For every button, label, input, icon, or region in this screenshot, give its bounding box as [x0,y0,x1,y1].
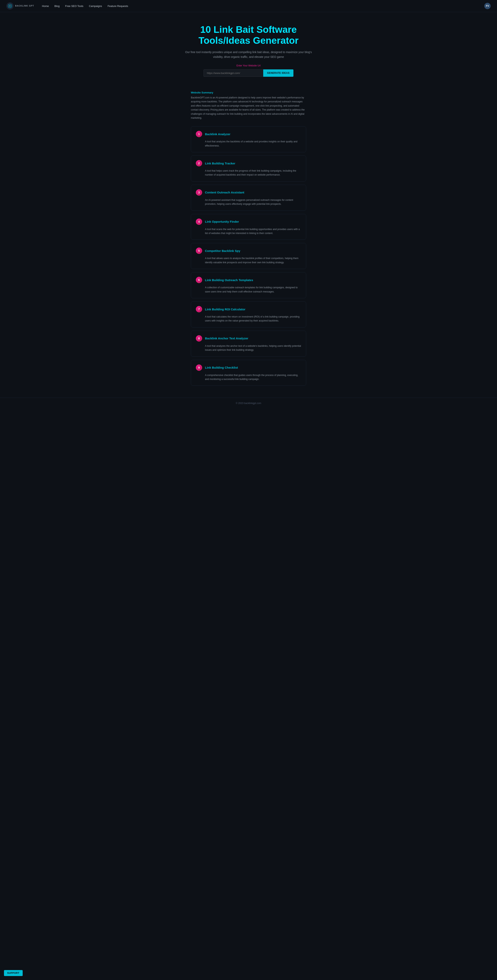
idea-number: 1 [196,131,202,137]
idea-description: A tool that calculates the return on inv… [196,315,301,323]
idea-header: 1Backlink Analyzer [196,131,301,137]
idea-header: 8Backlink Anchor Text Analyzer [196,335,301,342]
url-label: Enter Your Website Url [183,64,314,67]
footer: © 2023 backlinkgpt.com [0,398,497,409]
idea-card: 4Link Opportunity FinderA tool that scan… [191,214,306,240]
page-title: 10 Link Bait Software Tools/Ideas Genera… [183,24,314,46]
idea-card: 8Backlink Anchor Text AnalyzerA tool tha… [191,331,306,357]
idea-description: An AI-powered assistant that suggests pe… [196,198,301,206]
hero-subtitle: Our free tool instantly provides unique … [183,50,314,59]
nav-links: HomeBlogFree SEO ToolsCampaignsFeature R… [42,5,484,8]
idea-description: A tool that scans the web for potential … [196,227,301,235]
nav-link-campaigns[interactable]: Campaigns [89,5,102,8]
ideas-list: 1Backlink AnalyzerA tool that analyzes t… [187,126,310,398]
idea-title: Competitor Backlink Spy [205,249,240,253]
idea-card: 2Link Building TrackerA tool that helps … [191,156,306,181]
navbar: BACKLINK GPT HomeBlogFree SEO ToolsCampa… [0,0,497,12]
idea-number: 7 [196,306,202,312]
idea-title: Link Building ROI Calculator [205,307,245,311]
idea-header: 3Content Outreach Assistant [196,189,301,196]
idea-number: 3 [196,189,202,196]
nav-avatar[interactable]: FV [484,3,491,9]
svg-point-1 [10,6,10,6]
url-input[interactable] [203,69,263,77]
idea-description: A tool that helps users track the progre… [196,169,301,177]
idea-description: A tool that analyzes the anchor text of … [196,344,301,352]
nav-link-home[interactable]: Home [42,5,49,8]
idea-card: 7Link Building ROI CalculatorA tool that… [191,301,306,328]
idea-number: 6 [196,277,202,283]
idea-description: A tool that analyzes the backlinks of a … [196,140,301,148]
summary-text: BacklinkGPT.com is an AI-powered platfor… [191,95,306,120]
idea-number: 9 [196,364,202,371]
idea-title: Backlink Anchor Text Analyzer [205,337,248,340]
idea-header: 2Link Building Tracker [196,160,301,166]
footer-text: © 2023 backlinkgpt.com [236,402,261,405]
idea-number: 8 [196,335,202,342]
idea-title: Link Building Outreach Templates [205,278,253,282]
idea-number: 5 [196,248,202,254]
idea-card: 1Backlink AnalyzerA tool that analyzes t… [191,126,306,152]
idea-header: 4Link Opportunity Finder [196,218,301,225]
idea-card: 5Competitor Backlink SpyA tool that allo… [191,243,306,269]
idea-title: Link Building Tracker [205,162,235,165]
idea-card: 9Link Building ChecklistA comprehensive … [191,360,306,386]
summary-title: Website Summary [191,91,306,94]
idea-description: A tool that allows users to analyze the … [196,256,301,264]
hero-section: 10 Link Bait Software Tools/Ideas Genera… [179,12,318,91]
idea-header: 7Link Building ROI Calculator [196,306,301,312]
nav-link-feature-requests[interactable]: Feature Requests [108,5,128,8]
idea-description: A collection of customizable outreach te… [196,285,301,294]
idea-title: Link Building Checklist [205,366,238,369]
idea-number: 4 [196,218,202,225]
website-summary-section: Website Summary BacklinkGPT.com is an AI… [187,91,310,120]
idea-header: 9Link Building Checklist [196,364,301,371]
idea-title: Link Opportunity Finder [205,220,239,223]
nav-link-blog[interactable]: Blog [54,5,60,8]
nav-logo-text: BACKLINK GPT [15,5,34,7]
idea-card: 3Content Outreach AssistantAn AI-powered… [191,185,306,211]
idea-description: A comprehensive checklist that guides us… [196,373,301,381]
input-row: GENERATE IDEAS [183,69,314,77]
nav-logo: BACKLINK GPT [6,2,34,10]
nav-link-free-seo-tools[interactable]: Free SEO Tools [65,5,84,8]
idea-number: 2 [196,160,202,166]
generate-ideas-button[interactable]: GENERATE IDEAS [263,69,294,77]
idea-title: Backlink Analyzer [205,132,230,136]
nav-logo-icon [6,2,14,10]
support-button[interactable]: SUPPORT [4,970,23,976]
idea-header: 6Link Building Outreach Templates [196,277,301,283]
idea-card: 6Link Building Outreach TemplatesA colle… [191,272,306,298]
idea-header: 5Competitor Backlink Spy [196,248,301,254]
idea-title: Content Outreach Assistant [205,191,245,194]
